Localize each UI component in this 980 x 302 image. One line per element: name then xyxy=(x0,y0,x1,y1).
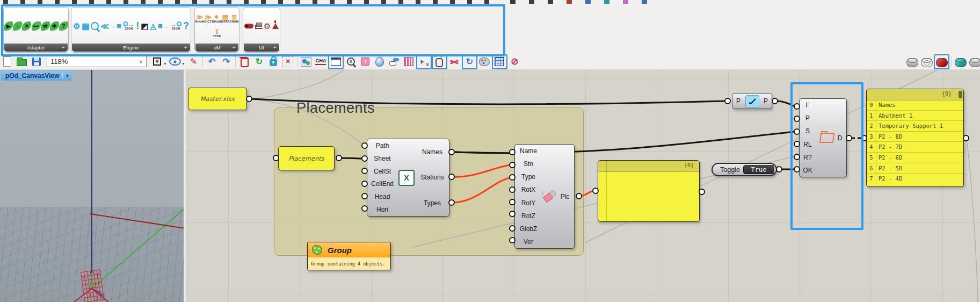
output-nub[interactable] xyxy=(448,174,455,180)
output-nub[interactable] xyxy=(699,189,705,195)
open-folder-icon[interactable] xyxy=(14,55,29,69)
chevron-down-icon[interactable]: ▼ xyxy=(66,74,70,78)
wires-off-icon[interactable] xyxy=(447,55,462,69)
preview-spheres-icon[interactable] xyxy=(299,55,314,69)
chevron-down-icon[interactable]: ▼ xyxy=(182,62,185,66)
search-icon[interactable] xyxy=(91,22,99,30)
viewport-tab[interactable]: pOd_CanvasView ▼ xyxy=(1,71,71,81)
toggle-value-button[interactable]: True xyxy=(743,165,774,174)
input-nub[interactable] xyxy=(509,199,516,205)
group-expand-icon[interactable]: ＋ xyxy=(61,44,66,51)
type-icon[interactable]: TTYPE xyxy=(213,28,221,38)
cylinder-red-icon[interactable] xyxy=(934,54,949,69)
new-document-icon[interactable] xyxy=(0,55,14,69)
input-nub[interactable] xyxy=(509,162,516,168)
save-icon[interactable] xyxy=(29,55,43,69)
cylinder-clipped-icon[interactable] xyxy=(968,55,980,69)
dictionary-icon[interactable]: ≫DICT xyxy=(205,14,212,24)
rhino-viewport[interactable]: pOd_CanvasView ▼ xyxy=(0,70,184,302)
input-nub[interactable] xyxy=(361,168,368,174)
to-json-icon[interactable]: O→JSON xyxy=(123,21,134,31)
palette-icon[interactable] xyxy=(477,55,492,69)
alert-icon[interactable]: ! xyxy=(136,21,139,31)
input-nub[interactable] xyxy=(509,237,516,243)
cylinder-teal-icon[interactable] xyxy=(953,55,968,69)
mapper-component[interactable]: P P xyxy=(732,93,772,109)
input-nub[interactable] xyxy=(361,193,368,199)
data-book-icon[interactable]: ▤DATA xyxy=(221,14,229,24)
output-nub[interactable] xyxy=(336,155,342,161)
help-icon[interactable]: ? xyxy=(183,21,189,31)
input-nub[interactable] xyxy=(724,98,731,104)
lock-solver-icon[interactable] xyxy=(266,55,281,69)
input-nub[interactable] xyxy=(509,225,516,232)
mouse-gesture-icon[interactable] xyxy=(432,54,447,69)
cylinder-wireframe-icon[interactable] xyxy=(919,55,934,69)
bhom-wand-icon[interactable]: ✶BHoM xyxy=(212,14,221,24)
list-panel[interactable]: {0} 0Names 1Abutment 1 2Temporary Suppor… xyxy=(866,89,964,187)
input-nub[interactable] xyxy=(509,149,516,155)
place-component[interactable]: Name Stn Type RotX RotY RotZ GlobZ Ver L… xyxy=(514,144,575,249)
input-nub[interactable] xyxy=(361,142,368,149)
input-nub[interactable] xyxy=(361,155,368,162)
input-nub[interactable] xyxy=(361,181,368,187)
geometry-cube-icon[interactable]: ◩ xyxy=(141,22,148,30)
input-nub[interactable] xyxy=(361,205,368,212)
gears-icon[interactable]: ⚙ xyxy=(73,22,80,30)
placements-panel[interactable]: Placements xyxy=(278,146,335,170)
excel-read-component[interactable]: Path Sheet CellSt CellEnd Head Hori X Na… xyxy=(367,139,449,217)
chevron-down-icon[interactable]: ▼ xyxy=(163,62,167,66)
panel-scroll-thumb[interactable] xyxy=(959,91,962,98)
adapter-plug-icon[interactable]: ⊶ xyxy=(32,21,41,31)
adapter-push-icon[interactable]: ✚ xyxy=(50,21,59,31)
delete-trash-icon[interactable] xyxy=(237,55,252,69)
group-expand-icon[interactable]: ＋ xyxy=(272,44,277,51)
boolean-toggle[interactable]: Toggle True xyxy=(712,163,777,176)
preview-eye-icon[interactable] xyxy=(168,55,183,69)
grid-matrix-icon[interactable] xyxy=(492,54,507,69)
grasshopper-canvas[interactable]: Placements xyxy=(187,70,980,302)
adapter-pull-icon[interactable]: ↓ xyxy=(13,21,22,31)
gear-icon[interactable]: ⚙ xyxy=(264,22,271,30)
adapter-help-icon[interactable]: ? xyxy=(59,21,68,31)
from-json-icon[interactable]: →OJSON xyxy=(170,21,182,31)
list-arrow-icon[interactable]: →≣ xyxy=(111,23,121,29)
balloon-icon[interactable] xyxy=(373,55,387,69)
adapter-remove-icon[interactable]: ✕ xyxy=(22,21,31,31)
cancel-selection-icon[interactable]: ✕ xyxy=(281,55,295,69)
link-capsule-icon[interactable] xyxy=(387,55,402,69)
package-help-icon[interactable]: ? xyxy=(358,55,373,69)
bhom-object-icon[interactable]: ≫BHoM xyxy=(195,14,204,24)
zoom-select[interactable]: 118% ∨ xyxy=(47,56,147,67)
recompute-icon[interactable]: ↻ xyxy=(252,55,266,69)
measure-triangle-icon[interactable]: ◬ xyxy=(150,22,156,30)
output-nub[interactable] xyxy=(963,135,969,141)
component-link-icon[interactable] xyxy=(255,23,263,29)
list-out-icon[interactable]: ≣→ xyxy=(158,23,169,29)
output-nub[interactable] xyxy=(576,193,582,199)
group-expand-icon[interactable]: ＋ xyxy=(183,44,188,51)
output-nub[interactable] xyxy=(776,166,782,172)
output-nub[interactable] xyxy=(448,199,455,206)
output-nub[interactable] xyxy=(448,149,455,155)
viewport-window-icon[interactable] xyxy=(328,54,344,69)
find-icon[interactable]: S xyxy=(344,55,358,69)
empty-panel[interactable]: {0} xyxy=(598,160,700,222)
input-nub[interactable] xyxy=(509,174,516,181)
merge-icon[interactable]: ≪ xyxy=(100,22,109,30)
output-nub[interactable] xyxy=(246,96,252,102)
zoom-extents-icon[interactable]: ✕ xyxy=(150,55,164,69)
master-panel[interactable]: Master.xlsx xyxy=(188,88,247,110)
toggle-icon[interactable] xyxy=(244,24,253,28)
adapter-move-icon[interactable]: ⇄ xyxy=(41,21,50,31)
data-table-icon[interactable] xyxy=(402,55,416,69)
output-nub[interactable] xyxy=(772,98,778,104)
input-nub[interactable] xyxy=(509,186,516,193)
input-nub[interactable] xyxy=(273,155,279,161)
circular-arrow-icon[interactable]: ↻ xyxy=(462,54,477,69)
input-nub[interactable] xyxy=(509,211,516,217)
enum-list-icon[interactable]: ≣ENUM xyxy=(230,14,239,24)
sketch-pencil-icon[interactable]: ✎ xyxy=(186,55,201,69)
undo-icon[interactable]: ↶ xyxy=(205,55,219,69)
redo-icon[interactable]: ↷ xyxy=(219,55,234,69)
